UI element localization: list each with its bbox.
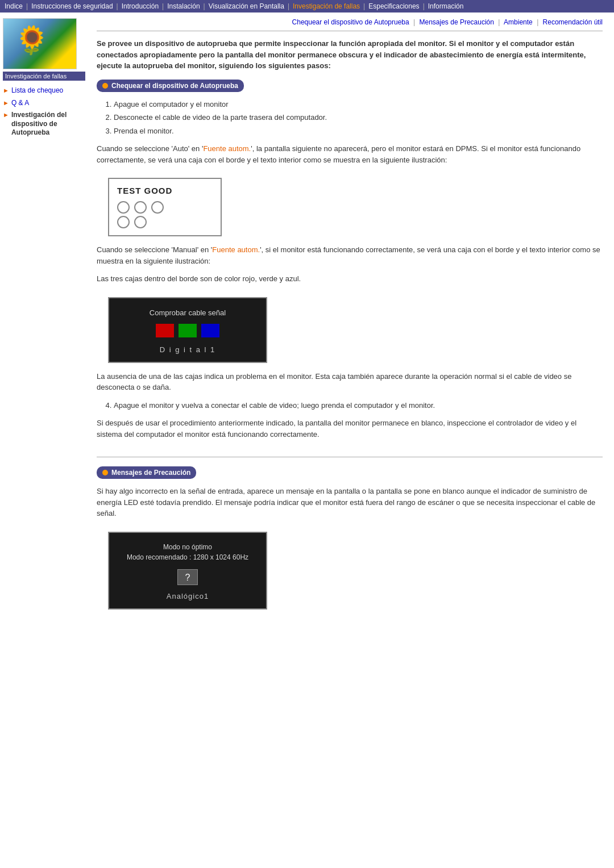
steps-list-4: Apague el monitor y vuelva a conectar el… <box>114 400 603 411</box>
digital-label: D i g i t a l 1 <box>121 345 255 354</box>
section1-header: Chequear el dispositivo de Autoprueba <box>97 80 244 92</box>
main-layout: Investigación de fallas ► Lista de chequ… <box>0 12 614 629</box>
sidebar-link-qa[interactable]: Q & A <box>11 99 29 108</box>
green-square <box>179 324 197 337</box>
sidebar-item-lista[interactable]: ► Lista de chequeo <box>3 86 85 95</box>
steps-list: Apague el computador y el monitor Descon… <box>114 99 603 137</box>
sidebar-item-autoprueba[interactable]: ► Investigación del dispositivo de Autop… <box>3 111 85 137</box>
warning-text: Modo no óptimo Modo recomendado : 1280 x… <box>121 542 255 562</box>
intro-paragraph: Se provee un dispositivo de autoprueba q… <box>97 38 603 72</box>
section2-header: Mensajes de Precaución <box>97 466 196 479</box>
sidebar-link-autoprueba[interactable]: Investigación del dispositivo de Autopru… <box>11 111 85 137</box>
warning-analog-label: Analógico1 <box>121 592 255 600</box>
sidebar-section-label: Investigación de fallas <box>3 72 85 81</box>
section2: Mensajes de Precaución Si hay algo incor… <box>97 457 603 617</box>
nav-item-intro[interactable]: Introducción <box>122 2 159 10</box>
nav-item-visualizacion[interactable]: Visualización en Pantalla <box>209 2 284 10</box>
step-2: Desconecte el cable de video de la parte… <box>114 112 603 123</box>
nav-item-seguridad[interactable]: Instrucciones de seguridad <box>31 2 113 10</box>
nav-item-investigacion[interactable]: Investigación de fallas <box>293 2 360 10</box>
signal-box-title: Comprobar cable señal <box>121 308 255 317</box>
fuente-autom-link2[interactable]: Fuente autom. <box>212 245 260 254</box>
circle-4 <box>117 216 130 228</box>
test-circles <box>117 201 213 228</box>
circles-row-1 <box>117 201 213 214</box>
logo-image <box>3 18 77 69</box>
nav-item-indice[interactable]: Indice <box>5 2 23 10</box>
content-area: Chequear el dispositivo de Autoprueba | … <box>91 12 614 629</box>
step-4: Apague el monitor y vuelva a conectar el… <box>114 400 603 411</box>
nav-item-informacion[interactable]: Información <box>428 2 464 10</box>
nav-item-instalacion[interactable]: Instalación <box>167 2 200 10</box>
circles-row-2 <box>117 216 213 228</box>
sub-nav-precaucion[interactable]: Mensajes de Precaución <box>420 18 494 26</box>
sidebar-item-qa[interactable]: ► Q & A <box>3 99 85 108</box>
warning-box-illustration: Modo no óptimo Modo recomendado : 1280 x… <box>108 532 267 610</box>
step-3: Prenda el monitor. <box>114 126 603 137</box>
sidebar: Investigación de fallas ► Lista de chequ… <box>0 12 91 629</box>
circle-2 <box>134 201 147 214</box>
sidebar-link-lista[interactable]: Lista de chequeo <box>11 86 63 95</box>
section1-header-label: Chequear el dispositivo de Autoprueba <box>111 82 238 90</box>
bullet-icon-2 <box>102 470 108 475</box>
para-after-step3: Cuando se seleccione 'Auto' en 'Fuente a… <box>97 143 603 165</box>
fuente-autom-link1[interactable]: Fuente autom. <box>203 144 251 153</box>
circle-3 <box>151 201 164 214</box>
test-good-illustration: TEST GOOD <box>108 178 222 236</box>
sub-navigation: Chequear el dispositivo de Autoprueba | … <box>97 18 603 26</box>
circle-5 <box>134 216 147 228</box>
sub-nav-ambiente[interactable]: Ambiente <box>504 18 533 26</box>
sub-nav-autoprueba[interactable]: Chequear el dispositivo de Autoprueba <box>292 18 409 26</box>
arrow-icon-qa: ► <box>3 99 9 106</box>
arrow-icon-autoprueba: ► <box>3 111 9 118</box>
sub-nav-recomendacion[interactable]: Recomendación útil <box>543 18 603 26</box>
blue-square <box>201 324 219 337</box>
para-absence: La ausencia de una de las cajas indica u… <box>97 371 603 393</box>
warning-line1: Modo no óptimo <box>121 542 255 552</box>
section2-header-label: Mensajes de Precaución <box>111 469 190 477</box>
warning-question-button: ? <box>177 569 198 585</box>
red-square <box>156 324 174 337</box>
top-divider <box>97 31 603 31</box>
section2-para1: Si hay algo incorrecto en la señal de en… <box>97 486 603 519</box>
bullet-icon <box>102 83 108 89</box>
warning-line2: Modo recomendado : 1280 x 1024 60Hz <box>121 552 255 562</box>
test-good-label: TEST GOOD <box>117 186 213 195</box>
top-navigation: Indice | Instrucciones de seguridad | In… <box>0 0 614 12</box>
para-manual: Cuando se seleccione 'Manual' en 'Fuente… <box>97 244 603 266</box>
step4-note: Si después de usar el procedimiento ante… <box>97 418 603 440</box>
nav-item-especificaciones[interactable]: Especificaciones <box>368 2 419 10</box>
para-colores: Las tres cajas dentro del borde son de c… <box>97 273 603 285</box>
step-1: Apague el computador y el monitor <box>114 99 603 110</box>
circle-1 <box>117 201 130 214</box>
signal-check-illustration: Comprobar cable señal D i g i t a l 1 <box>108 297 267 363</box>
arrow-icon: ► <box>3 87 9 94</box>
signal-color-squares <box>121 324 255 337</box>
